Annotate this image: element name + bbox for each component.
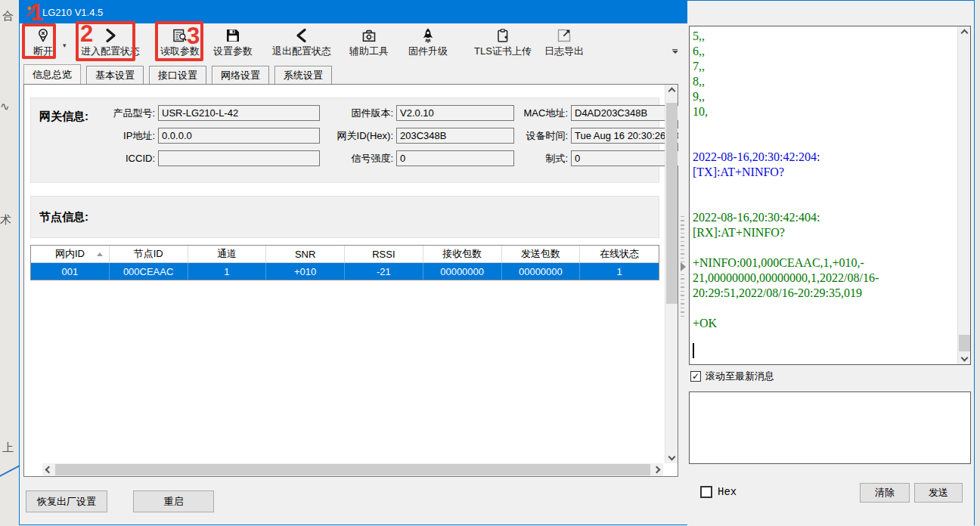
overflow-chevron-icon bbox=[672, 51, 678, 54]
restart-button[interactable]: 重启 bbox=[133, 490, 214, 512]
column-header-2[interactable]: 节点ID bbox=[110, 246, 188, 262]
content-horizontal-scrollbar[interactable] bbox=[42, 463, 663, 476]
send-button[interactable]: 发送 bbox=[914, 483, 963, 503]
overflow-bar-icon bbox=[672, 49, 678, 50]
log-line: 21,00000000,00000000,1,2022/08/16- bbox=[693, 271, 955, 286]
send-input-area[interactable] bbox=[689, 391, 971, 464]
scroll-to-latest-checkbox[interactable]: ✓ bbox=[690, 371, 701, 382]
horizontal-scroll-thumb[interactable] bbox=[55, 464, 650, 475]
app-window: LG210 V1.4.5 ✕ 断开进入配置状态读取参数设置参数退出配置状态辅助工… bbox=[19, 0, 975, 525]
field-value-input[interactable]: 203C348B bbox=[396, 128, 514, 144]
table-cell: +010 bbox=[266, 263, 345, 280]
field-label: ICCID: bbox=[107, 153, 158, 164]
log-line: 5,, bbox=[693, 29, 955, 44]
field-value-input[interactable]: 0 bbox=[396, 150, 514, 166]
log-line: +OK bbox=[693, 316, 955, 331]
firmware-rocket-icon bbox=[420, 26, 436, 44]
log-line: 2022-08-16,20:30:42:204: bbox=[693, 150, 955, 165]
field-label: 制式: bbox=[521, 152, 571, 166]
table-cell: 001 bbox=[31, 263, 110, 280]
column-header-5[interactable]: RSSI bbox=[345, 246, 423, 262]
log-line: [TX]:AT+NINFO? bbox=[693, 165, 955, 180]
gateway-field: 信号强度:0 bbox=[327, 150, 514, 166]
annotation-number-3: 3 bbox=[187, 24, 200, 48]
content-vertical-scrollbar[interactable] bbox=[665, 85, 678, 463]
table-cell: -21 bbox=[345, 263, 423, 280]
field-label: 产品型号: bbox=[107, 107, 158, 120]
log-line bbox=[693, 180, 955, 195]
log-line: +NINFO:001,000CEAAC,1,+010,- bbox=[693, 255, 955, 271]
gateway-info-title: 网关信息: bbox=[39, 110, 88, 124]
annotation-box-1 bbox=[22, 23, 56, 59]
toolbar-button-9[interactable]: 日志导出 bbox=[540, 26, 588, 58]
log-scroll-down-icon[interactable] bbox=[958, 351, 971, 364]
disconnect-dropdown-icon[interactable]: ▾ bbox=[63, 42, 67, 49]
field-value-input[interactable]: USR-LG210-L-42 bbox=[158, 105, 320, 121]
column-header-8[interactable]: 在线状态 bbox=[580, 246, 659, 262]
toolbar-button-6[interactable]: 辅助工具 bbox=[345, 26, 393, 58]
toolbar-button-label: 固件升级 bbox=[408, 45, 448, 58]
log-line: 7,, bbox=[693, 59, 955, 74]
field-value-input[interactable]: V2.0.10 bbox=[396, 105, 514, 121]
toolbar-button-label: 设置参数 bbox=[213, 45, 253, 58]
background-window-fragment: 上 bbox=[2, 441, 14, 455]
background-window-fragment: ∿ bbox=[0, 100, 10, 113]
column-header-7[interactable]: 发送包数 bbox=[502, 246, 581, 262]
window-title: LG210 V1.4.5 bbox=[42, 7, 103, 18]
info-overview-panel: 网关信息: 产品型号:USR-LG210-L-42固件版本:V2.0.10MAC… bbox=[23, 84, 678, 477]
annotation-number-1: 1 bbox=[30, 1, 43, 24]
tab-1[interactable]: 信息总览 bbox=[23, 64, 81, 85]
scroll-up-arrow-icon[interactable] bbox=[665, 85, 678, 97]
toolbar-overflow-button[interactable] bbox=[670, 45, 680, 57]
log-line: 2022-08-16,20:30:42:404: bbox=[693, 210, 955, 225]
log-line bbox=[693, 119, 955, 135]
toolbar-button-label: 辅助工具 bbox=[349, 45, 389, 58]
field-value-input[interactable] bbox=[158, 150, 320, 166]
tab-2[interactable]: 基本设置 bbox=[86, 66, 144, 85]
field-label: MAC地址: bbox=[521, 107, 571, 120]
log-scroll-thumb[interactable] bbox=[959, 335, 970, 351]
panel-splitter[interactable] bbox=[678, 84, 687, 477]
scroll-to-latest-label: 滚动至最新消息 bbox=[706, 370, 774, 383]
log-line: 10, bbox=[693, 104, 955, 119]
column-header-6[interactable]: 接收包数 bbox=[423, 246, 502, 262]
certificate-upload-icon bbox=[495, 26, 511, 44]
gateway-field: IP地址:0.0.0.0 bbox=[107, 128, 320, 144]
scroll-right-arrow-icon[interactable] bbox=[650, 463, 663, 476]
node-table-header: 网内ID节点ID通道SNRRSSI接收包数发送包数在线状态 bbox=[31, 246, 659, 263]
tab-3[interactable]: 接口设置 bbox=[149, 66, 206, 85]
splitter-collapse-icon[interactable] bbox=[681, 262, 686, 271]
background-window-fragment: 术 bbox=[0, 213, 11, 227]
log-output-area[interactable]: 5,,6,,7,,8,,9,,10, 2022-08-16,20:30:42:2… bbox=[689, 26, 971, 365]
table-row[interactable]: 001000CEAAC1+010-2100000000000000001 bbox=[31, 263, 659, 280]
column-header-3[interactable]: 通道 bbox=[188, 246, 267, 262]
factory-reset-button[interactable]: 恢复出厂设置 bbox=[26, 490, 107, 512]
tab-5[interactable]: 系统设置 bbox=[274, 66, 332, 85]
column-header-4[interactable]: SNR bbox=[266, 246, 345, 262]
log-line bbox=[693, 135, 955, 150]
tab-4[interactable]: 网络设置 bbox=[212, 66, 269, 85]
table-cell: 00000000 bbox=[423, 263, 502, 280]
log-scrollbar[interactable] bbox=[957, 26, 970, 364]
toolbar-button-8[interactable]: TLS证书上传 bbox=[467, 26, 538, 58]
gateway-field: 网关ID(Hex):203C348B bbox=[327, 128, 514, 144]
log-scroll-up-icon[interactable] bbox=[958, 26, 971, 39]
scroll-down-arrow-icon[interactable] bbox=[665, 450, 678, 463]
toolbar-button-4[interactable]: 设置参数 bbox=[209, 26, 257, 58]
clear-button[interactable]: 清除 bbox=[860, 483, 910, 503]
toolbar-button-5[interactable]: 退出配置状态 bbox=[268, 26, 336, 58]
table-cell: 1 bbox=[188, 263, 267, 280]
gateway-field: 产品型号:USR-LG210-L-42 bbox=[107, 105, 320, 121]
field-value-input[interactable]: 0.0.0.0 bbox=[158, 128, 320, 144]
field-label: 设备时间: bbox=[521, 129, 571, 143]
log-line bbox=[693, 240, 955, 255]
toolbar-button-label: 退出配置状态 bbox=[272, 45, 331, 58]
sort-ascending-icon bbox=[97, 252, 103, 256]
background-window-fragment: 合 bbox=[2, 9, 14, 23]
column-header-1[interactable]: 网内ID bbox=[31, 246, 110, 262]
log-export-icon bbox=[556, 26, 572, 44]
scroll-left-arrow-icon[interactable] bbox=[42, 463, 55, 476]
hex-checkbox[interactable] bbox=[700, 486, 712, 498]
vertical-scroll-thumb[interactable] bbox=[666, 103, 678, 304]
toolbar-button-7[interactable]: 固件升级 bbox=[404, 26, 452, 58]
